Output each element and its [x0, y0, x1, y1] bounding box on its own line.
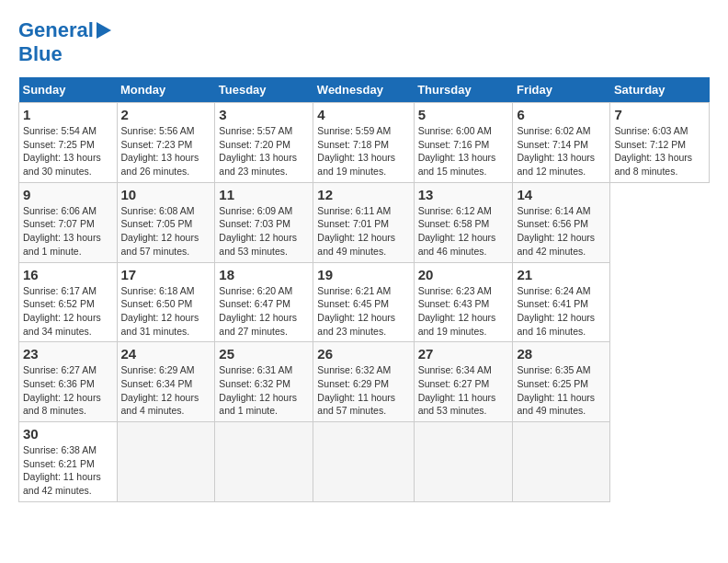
day-info: Sunrise: 6:03 AM Sunset: 7:12 PM Dayligh… [614, 124, 705, 178]
day-info: Sunrise: 6:09 AM Sunset: 7:03 PM Dayligh… [219, 204, 309, 259]
day-info: Sunrise: 6:21 AM Sunset: 6:45 PM Dayligh… [317, 284, 409, 339]
day-number: 14 [517, 187, 606, 202]
day-info: Sunrise: 6:24 AM Sunset: 6:41 PM Dayligh… [517, 284, 606, 339]
logo-text: General [18, 18, 94, 42]
calendar-cell: 24Sunrise: 6:29 AM Sunset: 6:34 PM Dayli… [117, 342, 215, 422]
calendar-cell: 20Sunrise: 6:23 AM Sunset: 6:43 PM Dayli… [414, 262, 513, 342]
day-number: 18 [219, 267, 309, 282]
day-number: 24 [121, 346, 211, 362]
calendar-cell: 19Sunrise: 6:21 AM Sunset: 6:45 PM Dayli… [313, 262, 414, 342]
logo-arrow-icon [97, 22, 111, 39]
day-number: 21 [517, 267, 606, 282]
day-info: Sunrise: 5:59 AM Sunset: 7:18 PM Dayligh… [317, 124, 409, 178]
header-monday: Monday [117, 77, 215, 103]
calendar-cell [414, 422, 513, 502]
header-saturday: Saturday [610, 77, 710, 103]
calendar-week-row: 1Sunrise: 5:54 AM Sunset: 7:25 PM Daylig… [19, 103, 710, 183]
calendar-cell: 21Sunrise: 6:24 AM Sunset: 6:41 PM Dayli… [513, 262, 610, 342]
day-number: 11 [219, 187, 309, 202]
day-number: 28 [517, 346, 606, 362]
calendar-cell: 16Sunrise: 6:17 AM Sunset: 6:52 PM Dayli… [19, 262, 118, 342]
calendar-cell [313, 422, 414, 502]
calendar-cell: 6Sunrise: 6:02 AM Sunset: 7:14 PM Daylig… [513, 103, 610, 183]
calendar-cell: 12Sunrise: 6:11 AM Sunset: 7:01 PM Dayli… [313, 182, 414, 262]
day-info: Sunrise: 6:23 AM Sunset: 6:43 PM Dayligh… [418, 284, 509, 339]
calendar-cell: 4Sunrise: 5:59 AM Sunset: 7:18 PM Daylig… [313, 103, 414, 183]
calendar-cell: 13Sunrise: 6:12 AM Sunset: 6:58 PM Dayli… [414, 182, 513, 262]
calendar-cell: 9Sunrise: 6:06 AM Sunset: 7:07 PM Daylig… [19, 182, 118, 262]
day-number: 4 [317, 107, 409, 122]
day-info: Sunrise: 6:38 AM Sunset: 6:21 PM Dayligh… [23, 443, 113, 498]
day-number: 27 [418, 346, 509, 362]
day-info: Sunrise: 5:54 AM Sunset: 7:25 PM Dayligh… [23, 124, 113, 178]
calendar-cell: 27Sunrise: 6:34 AM Sunset: 6:27 PM Dayli… [414, 342, 513, 422]
calendar-week-row: 16Sunrise: 6:17 AM Sunset: 6:52 PM Dayli… [19, 262, 710, 342]
day-info: Sunrise: 6:02 AM Sunset: 7:14 PM Dayligh… [517, 124, 606, 178]
day-number: 12 [317, 187, 409, 202]
day-number: 17 [121, 267, 211, 282]
day-info: Sunrise: 6:18 AM Sunset: 6:50 PM Dayligh… [121, 284, 211, 339]
day-number: 1 [23, 107, 113, 122]
calendar-cell: 2Sunrise: 5:56 AM Sunset: 7:23 PM Daylig… [117, 103, 215, 183]
calendar-cell: 1Sunrise: 5:54 AM Sunset: 7:25 PM Daylig… [19, 103, 118, 183]
day-info: Sunrise: 6:31 AM Sunset: 6:32 PM Dayligh… [219, 363, 309, 418]
page-header: General Blue [18, 18, 710, 66]
day-number: 23 [23, 346, 113, 362]
calendar-header-row: SundayMondayTuesdayWednesdayThursdayFrid… [19, 77, 710, 103]
day-info: Sunrise: 6:14 AM Sunset: 6:56 PM Dayligh… [517, 204, 606, 259]
calendar-cell: 17Sunrise: 6:18 AM Sunset: 6:50 PM Dayli… [117, 262, 215, 342]
calendar-week-row: 9Sunrise: 6:06 AM Sunset: 7:07 PM Daylig… [19, 182, 710, 262]
day-number: 5 [418, 107, 509, 122]
header-friday: Friday [513, 77, 610, 103]
header-wednesday: Wednesday [313, 77, 414, 103]
calendar-cell [513, 422, 610, 502]
calendar-week-row: 23Sunrise: 6:27 AM Sunset: 6:36 PM Dayli… [19, 342, 710, 422]
day-number: 2 [121, 107, 211, 122]
day-info: Sunrise: 6:12 AM Sunset: 6:58 PM Dayligh… [418, 204, 509, 259]
day-info: Sunrise: 6:29 AM Sunset: 6:34 PM Dayligh… [121, 363, 211, 418]
calendar-cell [117, 422, 215, 502]
day-number: 7 [614, 107, 705, 122]
calendar-cell [215, 422, 313, 502]
day-number: 10 [121, 187, 211, 202]
day-number: 3 [219, 107, 309, 122]
calendar-cell: 23Sunrise: 6:27 AM Sunset: 6:36 PM Dayli… [19, 342, 118, 422]
day-info: Sunrise: 6:17 AM Sunset: 6:52 PM Dayligh… [23, 284, 113, 339]
logo: General Blue [18, 18, 111, 66]
calendar-cell: 30Sunrise: 6:38 AM Sunset: 6:21 PM Dayli… [19, 422, 118, 502]
calendar-table: SundayMondayTuesdayWednesdayThursdayFrid… [18, 77, 710, 502]
day-info: Sunrise: 6:06 AM Sunset: 7:07 PM Dayligh… [23, 204, 113, 259]
calendar-cell: 7Sunrise: 6:03 AM Sunset: 7:12 PM Daylig… [610, 103, 710, 183]
calendar-cell: 28Sunrise: 6:35 AM Sunset: 6:25 PM Dayli… [513, 342, 610, 422]
day-info: Sunrise: 6:35 AM Sunset: 6:25 PM Dayligh… [517, 363, 606, 418]
day-info: Sunrise: 6:11 AM Sunset: 7:01 PM Dayligh… [317, 204, 409, 259]
calendar-cell: 10Sunrise: 6:08 AM Sunset: 7:05 PM Dayli… [117, 182, 215, 262]
day-info: Sunrise: 6:20 AM Sunset: 6:47 PM Dayligh… [219, 284, 309, 339]
day-info: Sunrise: 5:57 AM Sunset: 7:20 PM Dayligh… [219, 124, 309, 178]
day-info: Sunrise: 6:27 AM Sunset: 6:36 PM Dayligh… [23, 363, 113, 418]
header-sunday: Sunday [19, 77, 118, 103]
day-number: 13 [418, 187, 509, 202]
day-number: 16 [23, 267, 113, 282]
calendar-cell: 26Sunrise: 6:32 AM Sunset: 6:29 PM Dayli… [313, 342, 414, 422]
calendar-cell: 3Sunrise: 5:57 AM Sunset: 7:20 PM Daylig… [215, 103, 313, 183]
header-thursday: Thursday [414, 77, 513, 103]
calendar-cell: 11Sunrise: 6:09 AM Sunset: 7:03 PM Dayli… [215, 182, 313, 262]
calendar-cell: 14Sunrise: 6:14 AM Sunset: 6:56 PM Dayli… [513, 182, 610, 262]
day-info: Sunrise: 5:56 AM Sunset: 7:23 PM Dayligh… [121, 124, 211, 178]
calendar-cell: 25Sunrise: 6:31 AM Sunset: 6:32 PM Dayli… [215, 342, 313, 422]
day-number: 6 [517, 107, 606, 122]
logo-blue: Blue [18, 42, 63, 65]
day-number: 9 [23, 187, 113, 202]
calendar-cell: 5Sunrise: 6:00 AM Sunset: 7:16 PM Daylig… [414, 103, 513, 183]
day-number: 20 [418, 267, 509, 282]
calendar-week-row: 30Sunrise: 6:38 AM Sunset: 6:21 PM Dayli… [19, 422, 710, 502]
day-info: Sunrise: 6:32 AM Sunset: 6:29 PM Dayligh… [317, 363, 409, 418]
day-number: 25 [219, 346, 309, 362]
day-number: 30 [23, 426, 113, 442]
calendar-cell: 18Sunrise: 6:20 AM Sunset: 6:47 PM Dayli… [215, 262, 313, 342]
day-info: Sunrise: 6:08 AM Sunset: 7:05 PM Dayligh… [121, 204, 211, 259]
day-info: Sunrise: 6:34 AM Sunset: 6:27 PM Dayligh… [418, 363, 509, 418]
header-tuesday: Tuesday [215, 77, 313, 103]
day-number: 26 [317, 346, 409, 362]
